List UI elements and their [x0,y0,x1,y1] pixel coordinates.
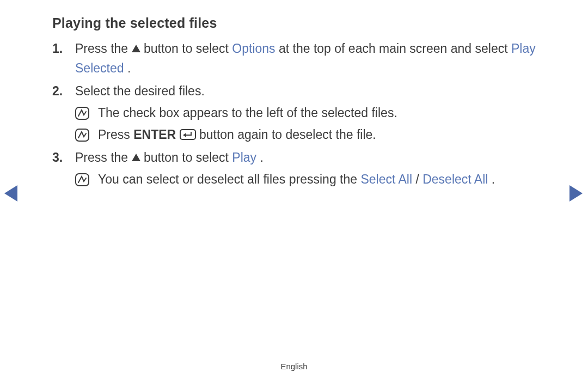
step-1-text-b: button to select [144,41,232,56]
step-2-text: Select the desired files. [75,84,205,98]
prev-page-button[interactable] [4,185,17,202]
note-icon [75,173,89,186]
svg-marker-5 [132,154,140,161]
up-arrow-icon [132,45,140,52]
step-2: Select the desired files. The check box … [52,81,536,144]
enter-icon [180,129,196,140]
svg-marker-7 [4,185,17,202]
footer-language: English [0,362,588,371]
step-3-text-a: Press the [75,150,132,164]
step-1-text-c: at the top of each main screen and selec… [279,41,511,56]
step-3-play: Play [232,150,256,164]
step-2-notes: The check box appears to the left of the… [75,103,536,144]
svg-marker-8 [569,185,583,202]
svg-marker-0 [132,45,140,52]
step-3-note: You can select or deselect all files pre… [75,169,536,189]
enter-label: ENTER [133,127,176,142]
step-1-options: Options [232,41,275,56]
page-title: Playing the selected files [52,15,536,31]
note-icon [75,107,89,120]
svg-rect-2 [76,129,89,141]
select-all-label: Select All [360,172,412,186]
step-2-note-2: Press ENTER button again to deselect the… [75,125,536,144]
note-icon [75,129,89,142]
step-1: Press the button to select Options at th… [52,39,536,78]
step-3-note-end: . [492,172,495,186]
step-3: Press the button to select Play . You ca… [52,148,536,189]
svg-rect-6 [76,174,89,186]
step-1-text-a: Press the [75,41,132,56]
step-1-text-d: . [127,61,131,75]
svg-rect-1 [76,107,89,119]
deselect-all-label: Deselect All [422,172,488,186]
step-3-notes: You can select or deselect all files pre… [75,169,536,189]
step-2-note-1-text: The check box appears to the left of the… [98,106,397,120]
manual-page: Playing the selected files Press the but… [0,0,588,384]
step-3-note-a: You can select or deselect all files pre… [98,172,360,186]
svg-marker-4 [183,133,186,137]
step-2-note-1: The check box appears to the left of the… [75,103,536,123]
step-2-note-2-a: Press [98,127,133,142]
next-page-button[interactable] [569,185,583,202]
instruction-list: Press the button to select Options at th… [52,39,536,189]
step-3-note-sep: / [415,172,422,186]
up-arrow-icon [132,154,140,161]
step-3-text-b: button to select [144,150,232,164]
step-3-text-c: . [260,150,263,164]
step-2-note-2-b: button again to deselect the file. [199,127,376,142]
